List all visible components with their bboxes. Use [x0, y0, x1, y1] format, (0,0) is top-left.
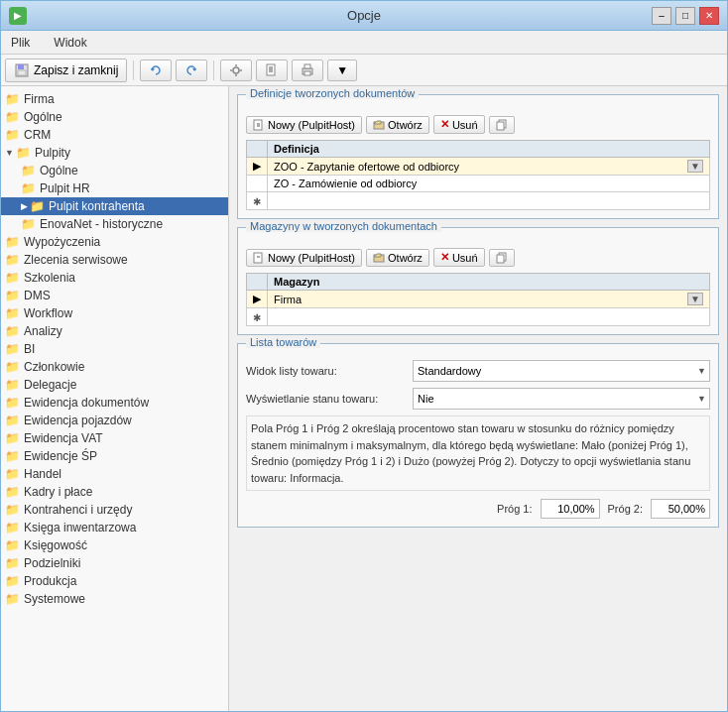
sidebar-item-ksiegowosc[interactable]: 📁 Księgowość — [1, 536, 228, 554]
definitions-open-label: Otwórz — [388, 119, 423, 131]
sidebar-item-firma[interactable]: 📁 Firma — [1, 90, 228, 108]
maximize-button[interactable]: □ — [675, 7, 695, 25]
folder-icon: 📁 — [5, 467, 20, 481]
svg-rect-15 — [304, 64, 310, 68]
save-close-button[interactable]: Zapisz i zamknij — [5, 59, 127, 82]
sidebar-item-ksiega[interactable]: 📁 Księga inwentarzowa — [1, 519, 228, 536]
sidebar-item-ewidencja-poj[interactable]: 📁 Ewidencja pojazdów — [1, 412, 228, 429]
sidebar-item-kontrahenci[interactable]: 📁 Kontrahenci i urzędy — [1, 501, 228, 519]
table-row[interactable]: ▶ ZOO - Zapytanie ofertowe od odbiorcy ▼ — [247, 158, 710, 176]
widok-label: Widok listy towaru: — [246, 365, 405, 377]
widok-select[interactable]: Standardowy — [413, 360, 710, 382]
folder-icon: 📁 — [5, 574, 20, 588]
sidebar-item-dms[interactable]: 📁 DMS — [1, 287, 228, 304]
sidebar-item-wypozyczenia[interactable]: 📁 Wypożyczenia — [1, 233, 228, 251]
dropdown-button[interactable]: ▼ — [687, 293, 703, 305]
svg-rect-2 — [18, 70, 26, 75]
sidebar-item-workflow[interactable]: 📁 Workflow — [1, 304, 228, 322]
definitions-table: Definicja ▶ ZOO - Zapytanie ofertowe od … — [246, 140, 710, 210]
main-panel: Definicje tworzonych dokumentów Nowy (Pu… — [229, 86, 727, 711]
menu-view[interactable]: Widok — [48, 34, 92, 52]
folder-icon: 📁 — [5, 556, 20, 570]
row-arrow-icon: ▶ — [253, 293, 261, 304]
definitions-new-label: Nowy (PulpitHost) — [268, 119, 355, 131]
folder-icon: 📁 — [5, 449, 20, 463]
close-button[interactable]: ✕ — [699, 7, 719, 25]
toolbar-page-btn[interactable] — [256, 59, 288, 81]
toolbar-refresh-btn[interactable] — [140, 59, 172, 81]
folder-icon: 📁 — [5, 92, 20, 106]
sidebar-item-crm[interactable]: 📁 CRM — [1, 126, 228, 144]
magazines-col-arrow — [247, 274, 268, 291]
sidebar-item-pulpit-kontrahenta[interactable]: ▶ 📁 Pulpit kontrahenta — [1, 197, 228, 215]
folder-icon: 📁 — [21, 164, 36, 178]
toolbar: Zapisz i zamknij ▼ — [1, 55, 727, 86]
folder-icon: 📁 — [5, 235, 20, 249]
sidebar-item-ewidencja-vat[interactable]: 📁 Ewidencja VAT — [1, 429, 228, 447]
sidebar-item-ewidencje-sp[interactable]: 📁 Ewidencje ŚP — [1, 447, 228, 465]
sidebar-item-podzielniki[interactable]: 📁 Podzielniki — [1, 554, 228, 572]
sidebar-item-szkolenia[interactable]: 📁 Szkolenia — [1, 269, 228, 287]
delete-icon: ✕ — [440, 251, 449, 264]
magazines-copy-button[interactable] — [489, 249, 515, 267]
sidebar-item-zlecenia[interactable]: 📁 Zlecenia serwisowe — [1, 251, 228, 269]
title-bar: ▶ Opcje – □ ✕ — [1, 1, 727, 31]
sidebar-item-pulpity-ogolne[interactable]: 📁 Ogólne — [1, 162, 228, 179]
svg-rect-17 — [254, 120, 262, 130]
sidebar-item-kadry[interactable]: 📁 Kadry i płace — [1, 483, 228, 501]
table-row[interactable]: ZO - Zamówienie od odbiorcy — [247, 176, 710, 192]
sidebar-item-analizy[interactable]: 📁 Analizy — [1, 322, 228, 340]
definitions-row1-cell: ZOO - Zapytanie ofertowe od odbiorcy ▼ — [274, 160, 703, 173]
sidebar-item-bi[interactable]: 📁 BI — [1, 340, 228, 358]
definitions-new-button[interactable]: Nowy (PulpitHost) — [246, 116, 362, 134]
folder-icon: 📁 — [5, 538, 20, 552]
sidebar-item-pulpit-hr[interactable]: 📁 Pulpit HR — [1, 179, 228, 197]
lista-title: Lista towarów — [246, 336, 320, 348]
lista-section: Lista towarów Widok listy towaru: Standa… — [237, 343, 719, 528]
toolbar-print-btn[interactable] — [292, 59, 323, 81]
magazines-row1-cell: Firma ▼ — [274, 293, 703, 305]
sidebar-item-ewidencja-dok[interactable]: 📁 Ewidencja dokumentów — [1, 394, 228, 412]
prog2-input[interactable] — [651, 499, 710, 519]
table-row[interactable]: ▶ Firma ▼ — [247, 291, 710, 308]
svg-rect-29 — [497, 255, 504, 263]
sidebar-item-delegacje[interactable]: 📁 Delegacje — [1, 376, 228, 394]
widok-row: Widok listy towaru: Standardowy — [246, 360, 710, 382]
prog1-input[interactable] — [541, 499, 600, 519]
wyswietlanie-label: Wyświetlanie stanu towaru: — [246, 393, 405, 405]
folder-icon: 📁 — [5, 253, 20, 267]
toolbar-forward-btn[interactable] — [176, 59, 207, 81]
sidebar-item-systemowe[interactable]: 📁 Systemowe — [1, 590, 228, 608]
row-arrow-icon: ▶ — [253, 160, 261, 172]
magazines-new-button[interactable]: Nowy (PulpitHost) — [246, 249, 362, 267]
toolbar-separator2 — [213, 60, 214, 80]
definitions-copy-button[interactable] — [489, 116, 515, 134]
sidebar-item-pulpity[interactable]: ▼ 📁 Pulpity — [1, 144, 228, 162]
svg-marker-21 — [374, 121, 381, 124]
sidebar-item-handel[interactable]: 📁 Handel — [1, 465, 228, 483]
table-row-new[interactable]: ✱ — [247, 308, 710, 326]
menu-file[interactable]: Plik — [5, 34, 36, 52]
prog-row: Próg 1: Próg 2: — [246, 499, 710, 519]
table-row-new[interactable]: ✱ — [247, 192, 710, 210]
sidebar-item-czlonkowie[interactable]: 📁 Członkowie — [1, 358, 228, 376]
magazines-delete-button[interactable]: ✕ Usuń — [433, 248, 485, 267]
folder-icon: 📁 — [5, 485, 20, 499]
wyswietlanie-row: Wyświetlanie stanu towaru: Nie — [246, 388, 710, 410]
magazines-open-button[interactable]: Otwórz — [366, 249, 429, 267]
folder-icon: 📁 — [5, 128, 20, 142]
folder-icon: 📁 — [21, 217, 36, 231]
toolbar-separator — [133, 60, 134, 80]
sidebar-item-produkcja[interactable]: 📁 Produkcja — [1, 572, 228, 590]
sidebar-item-enovanet[interactable]: 📁 EnovaNet - historyczne — [1, 215, 228, 233]
magazines-toolbar: Nowy (PulpitHost) Otwórz ✕ Usuń — [246, 244, 710, 267]
wyswietlanie-select[interactable]: Nie — [413, 388, 710, 410]
magazines-col-header: Magazyn — [268, 274, 710, 291]
sidebar-item-ogolne[interactable]: 📁 Ogólne — [1, 108, 228, 126]
dropdown-button[interactable]: ▼ — [687, 160, 703, 173]
toolbar-dropdown-btn[interactable]: ▼ — [327, 59, 357, 81]
definitions-delete-button[interactable]: ✕ Usuń — [433, 115, 485, 134]
toolbar-settings-btn[interactable] — [220, 59, 252, 81]
definitions-open-button[interactable]: Otwórz — [366, 116, 429, 134]
minimize-button[interactable]: – — [652, 7, 671, 25]
